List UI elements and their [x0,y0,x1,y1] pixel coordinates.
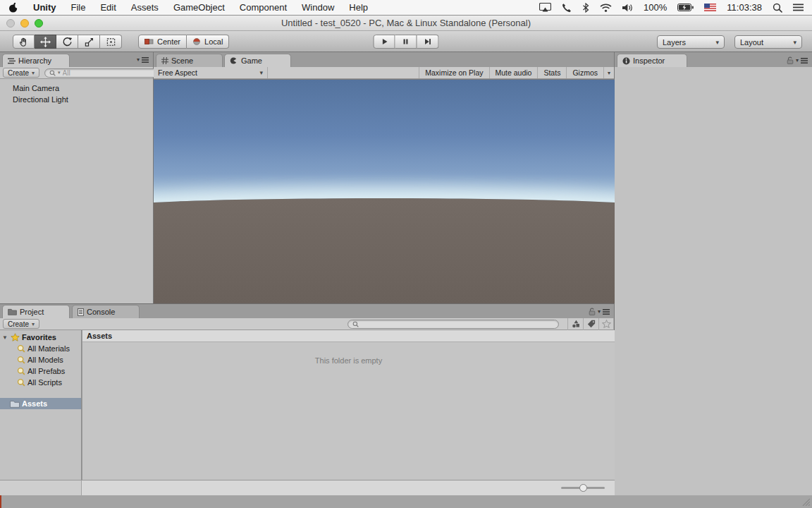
menu-item-help[interactable]: Help [349,2,368,13]
bluetooth-icon[interactable] [582,3,589,13]
hierarchy-item-directional-light[interactable]: Directional Light [0,94,153,105]
assets-label: Assets [22,399,47,408]
move-tool-button[interactable] [35,35,56,49]
hierarchy-create-dropdown[interactable]: Create ▾ [3,68,39,78]
menu-item-window[interactable]: Window [302,2,334,13]
window-title: Untitled - test_0520 - PC, Mac & Linux S… [0,16,812,30]
pivot-center-button[interactable]: Center [138,35,187,49]
game-panel: Scene Game Free Aspect ▾ Maximize on Pla… [154,52,615,303]
lock-icon[interactable] [589,308,596,315]
menu-item-component[interactable]: Component [240,2,287,13]
tab-scene[interactable]: Scene [156,54,223,67]
lock-icon[interactable] [787,56,794,64]
create-label: Create [8,69,29,77]
layout-dropdown[interactable]: Layout ▾ [734,35,802,49]
search-query-icon [17,344,25,353]
volume-icon[interactable] [622,4,633,12]
project-search-field[interactable] [347,320,559,329]
airplay-icon[interactable] [539,3,551,12]
gizmos-dropdown[interactable]: Gizmos [566,67,603,78]
macos-menubar: Unity File Edit Assets GameObject Compon… [0,0,812,16]
inspector-panel-menu[interactable]: ▾ [787,56,808,64]
tab-console[interactable]: Console [72,305,140,318]
breadcrumb[interactable]: Assets [82,330,615,342]
gizmos-label: Gizmos [572,68,598,77]
step-button[interactable] [417,35,439,49]
search-icon [352,321,359,327]
console-icon [78,308,84,316]
aspect-dropdown[interactable]: Free Aspect ▾ [154,67,268,78]
gizmos-caret-icon[interactable]: ▾ [603,67,614,78]
hierarchy-search-field[interactable]: ▾ [44,68,161,78]
menu-item-edit[interactable]: Edit [100,2,116,13]
chevron-down-icon: ▾ [32,321,35,327]
hierarchy-item-main-camera[interactable]: Main Camera [0,83,153,94]
spotlight-search-icon[interactable] [773,3,782,13]
foldout-arrow-icon[interactable]: ▼ [1,334,8,341]
thumbnail-zoom-slider[interactable] [561,487,605,489]
menu-item-unity[interactable]: Unity [33,2,56,13]
notification-center-icon[interactable] [793,4,804,11]
project-bottom-left-cell [0,480,82,495]
stats-button[interactable]: Stats [537,67,566,78]
search-by-label-button[interactable] [583,318,598,330]
tree-item-all-models[interactable]: All Models [0,354,81,365]
pivot-center-icon [144,38,154,45]
scale-tool-button[interactable] [78,35,100,49]
search-filter-caret-icon[interactable]: ▾ [58,70,61,75]
layout-label: Layout [740,38,763,47]
chevron-down-icon: ▾ [137,56,140,63]
clock: 11:03:38 [727,2,762,13]
project-tree: ▼ Favorites All Materials All Models All… [0,330,82,480]
game-ground [154,198,615,303]
menu-item-file[interactable]: File [71,2,86,13]
maximize-on-play-button[interactable]: Maximize on Play [419,67,488,78]
pivot-local-button[interactable]: Local [187,35,229,49]
rotate-icon [62,37,73,47]
saved-search-star-button[interactable] [598,318,614,330]
wifi-icon[interactable] [600,4,612,12]
menu-item-assets[interactable]: Assets [131,2,159,13]
step-icon [423,37,433,47]
search-query-icon [17,356,25,364]
hand-tool-button[interactable] [13,35,35,49]
slider-thumb[interactable] [579,484,587,492]
tab-game[interactable]: Game [224,54,291,67]
tab-inspector[interactable]: Inspector [617,54,687,67]
window-minimize-button[interactable] [20,19,29,28]
project-create-dropdown[interactable]: Create ▾ [3,319,39,329]
resize-grip-icon[interactable] [801,497,810,506]
tab-project-label: Project [20,308,44,316]
pause-button[interactable] [395,35,417,49]
battery-icon [677,4,694,11]
project-panel-menu[interactable]: ▾ [589,308,610,315]
hand-icon [18,37,29,47]
tree-item-all-scripts[interactable]: All Scripts [0,377,81,388]
game-icon [230,56,238,65]
phone-icon[interactable] [562,3,572,13]
input-language-flag-icon[interactable] [704,4,716,11]
chevron-down-icon: ▾ [796,57,799,64]
window-close-button[interactable] [6,19,15,28]
hierarchy-search-input[interactable] [63,69,156,77]
tree-item-all-prefabs[interactable]: All Prefabs [0,365,81,377]
all-materials-label: All Materials [27,344,70,353]
window-zoom-button[interactable] [35,19,43,28]
menu-item-gameobject[interactable]: GameObject [173,2,225,13]
search-by-type-button[interactable] [567,318,583,330]
tab-hierarchy[interactable]: Hierarchy [2,54,70,67]
tab-project[interactable]: Project [2,305,70,318]
rotate-tool-button[interactable] [56,35,78,49]
layers-dropdown[interactable]: Layers ▾ [657,35,725,49]
tree-item-assets[interactable]: Assets [0,398,81,409]
rect-tool-button[interactable] [100,35,122,49]
play-button[interactable] [374,35,395,49]
project-search-input[interactable] [361,320,554,328]
hierarchy-icon [8,58,16,64]
hierarchy-panel: Hierarchy ▾ Create ▾ ▾ Main Camera Direc… [0,52,154,303]
hierarchy-panel-menu[interactable]: ▾ [137,56,149,63]
tree-item-all-materials[interactable]: All Materials [0,343,81,354]
mute-audio-button[interactable]: Mute audio [489,67,538,78]
tree-item-favorites[interactable]: ▼ Favorites [0,332,81,343]
apple-menu-icon[interactable] [8,2,18,13]
